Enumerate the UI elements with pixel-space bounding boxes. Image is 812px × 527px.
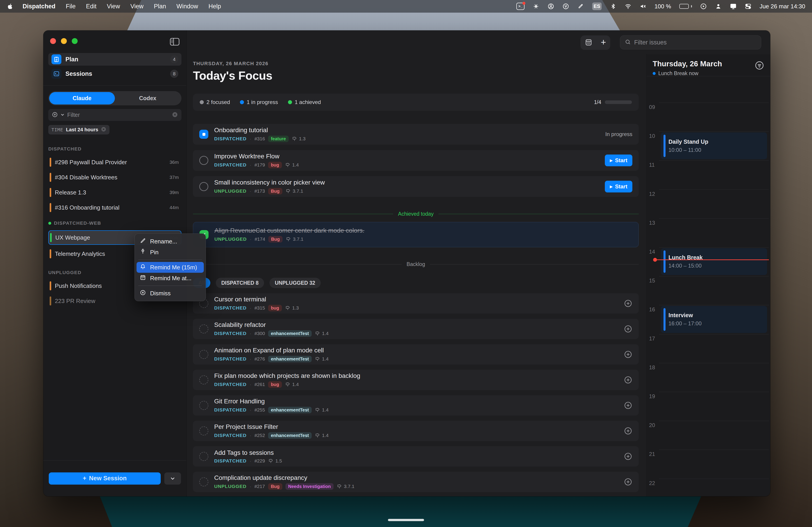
event-status-dot <box>653 72 656 75</box>
focus-task-row[interactable]: Small inconsistency in color picker view… <box>193 176 639 197</box>
context-menu-item[interactable]: Remind Me at... <box>136 273 204 283</box>
calendar-event[interactable]: Daily Stand Up10:00 – 11:00 <box>661 132 767 159</box>
hour-gridline <box>659 103 769 103</box>
remove-time-filter-icon[interactable] <box>101 127 106 133</box>
menu-clock[interactable]: Jue 26 mar 14:30 <box>760 3 805 10</box>
session-item[interactable]: #316 Onboarding tutorial44m <box>48 202 182 214</box>
segment-claude[interactable]: Claude <box>49 92 115 104</box>
plus-icon: + <box>83 475 86 482</box>
context-menu-item[interactable]: Pin <box>136 247 204 258</box>
add-to-focus-icon[interactable] <box>624 401 632 410</box>
user-icon[interactable] <box>715 2 722 10</box>
sidebar-nav-plan[interactable]: Plan4 <box>48 53 182 65</box>
focus-task-row[interactable]: Onboarding tutorialDISPATCHED·#316featur… <box>193 124 639 145</box>
calendar-filter-icon[interactable] <box>754 60 764 70</box>
task-checkbox[interactable] <box>199 324 208 334</box>
start-button[interactable]: ▶Start <box>605 155 632 166</box>
hour-gridline <box>659 160 769 161</box>
task-checkbox[interactable] <box>199 426 208 435</box>
backlog-task-row[interactable]: Cursor on terminalDISPATCHED·#315bug1.3 <box>193 293 639 313</box>
add-to-focus-icon[interactable] <box>624 376 632 384</box>
chevron-down-icon[interactable] <box>60 112 66 118</box>
control-center-icon[interactable] <box>745 2 752 10</box>
terminal-status-icon[interactable]: >_ <box>516 3 524 10</box>
task-checkbox[interactable] <box>199 350 208 359</box>
task-queue-label: DISPATCHED <box>214 356 246 362</box>
mute-icon[interactable] <box>640 2 646 10</box>
task-checkbox-in-progress[interactable] <box>199 130 208 139</box>
sidebar-filter-input[interactable] <box>67 112 170 118</box>
sidebar-filter-field[interactable] <box>48 109 182 121</box>
menu-item-view[interactable]: View <box>130 3 144 10</box>
task-checkbox[interactable] <box>199 376 208 384</box>
menu-item-file[interactable]: File <box>66 3 76 10</box>
session-item[interactable]: Release 1.339m <box>48 186 182 199</box>
start-button[interactable]: ▶Start <box>605 181 632 192</box>
calendar-event[interactable]: Lunch Break14:00 – 15:00 <box>661 248 767 275</box>
search-input[interactable] <box>634 39 756 46</box>
add-to-focus-icon[interactable] <box>624 325 632 333</box>
display-icon[interactable] <box>730 2 737 10</box>
backlog-task-row[interactable]: Scalability refactorDISPATCHED·#300enhan… <box>193 319 639 339</box>
task-checkbox[interactable] <box>199 401 208 410</box>
bluetooth-icon[interactable] <box>610 2 617 10</box>
minimize-window-button[interactable] <box>61 38 67 44</box>
menu-app-name[interactable]: Dispatched <box>23 3 56 10</box>
person-circle-icon[interactable] <box>548 2 554 10</box>
context-menu-item[interactable]: Rename... <box>136 236 204 247</box>
menu-item-view[interactable]: View <box>107 3 120 10</box>
session-item[interactable]: #298 Paywall Dual Provider36m <box>48 156 182 168</box>
session-item[interactable]: #304 Disable Worktrees37m <box>48 171 182 184</box>
achieved-task-row[interactable]: ✓Align RevenueCat customer center dark m… <box>193 222 639 247</box>
pen-icon[interactable] <box>577 2 584 10</box>
add-to-focus-icon[interactable] <box>624 478 632 486</box>
keyboard-layout-badge[interactable]: ES <box>592 2 602 10</box>
new-session-button[interactable]: + New Session <box>49 472 161 485</box>
context-menu-item[interactable]: Remind Me (15m) <box>136 262 204 273</box>
add-to-focus-icon[interactable] <box>624 350 632 359</box>
apple-logo-icon[interactable] <box>7 3 14 10</box>
backlog-task-row[interactable]: Git Error HandlingDISPATCHED·#255enhance… <box>193 395 639 415</box>
task-right: ▶Start <box>605 181 632 192</box>
zoom-window-button[interactable] <box>72 38 78 44</box>
close-window-button[interactable] <box>50 38 56 44</box>
backlog-task-row[interactable]: Complication update discrepancyUNPLUGGED… <box>193 472 639 492</box>
home-indicator[interactable] <box>388 519 424 521</box>
backlog-chip[interactable]: DISPATCHED 8 <box>216 278 264 288</box>
add-to-focus-icon[interactable] <box>624 452 632 461</box>
task-checkbox[interactable] <box>199 182 208 191</box>
add-to-focus-icon[interactable] <box>624 427 632 435</box>
sidebar-toggle-icon[interactable] <box>169 37 180 47</box>
task-queue-label: DISPATCHED <box>214 305 246 311</box>
backlog-task-row[interactable]: Fix plan moode which projects are shown … <box>193 370 639 390</box>
task-checkbox[interactable] <box>199 156 208 165</box>
play-circle-icon[interactable] <box>700 2 707 10</box>
backlog-task-row[interactable]: Animation on Expand of plan mode cellDIS… <box>193 344 639 365</box>
context-menu-item[interactable]: Dismiss <box>136 288 204 299</box>
task-body: Complication update discrepancyUNPLUGGED… <box>214 474 618 490</box>
nav-count-badge: 8 <box>170 70 178 78</box>
sidebar-nav-sessions[interactable]: Sessions8 <box>48 68 182 80</box>
calendar-title: Thursday, 26 March <box>653 60 764 68</box>
menu-item-plan[interactable]: Plan <box>154 3 166 10</box>
focus-date-label: THURSDAY, 26 MARCH 2026 <box>193 61 639 67</box>
backlog-task-row[interactable]: Add Tags to sessionsDISPATCHED·#2291.5 <box>193 446 639 467</box>
menu-item-window[interactable]: Window <box>176 3 198 10</box>
clear-filter-icon[interactable] <box>172 112 178 118</box>
fan-icon[interactable] <box>533 2 539 10</box>
focus-task-row[interactable]: Improve Worktree FlowDISPATCHED·#179bug1… <box>193 150 639 171</box>
task-checkbox[interactable] <box>199 477 208 486</box>
new-session-options-button[interactable] <box>164 472 181 485</box>
fork-icon[interactable] <box>562 2 569 10</box>
time-filter-chip[interactable]: TIME Last 24 hours <box>48 125 110 134</box>
task-checkbox[interactable] <box>199 452 208 461</box>
menu-item-edit[interactable]: Edit <box>86 3 97 10</box>
calendar-event[interactable]: Interview16:00 – 17:00 <box>661 306 767 333</box>
segment-codex[interactable]: Codex <box>115 92 180 104</box>
add-to-focus-icon[interactable] <box>624 299 632 308</box>
menu-item-help[interactable]: Help <box>208 3 221 10</box>
wifi-icon[interactable] <box>625 2 632 10</box>
battery-icon[interactable] <box>679 2 692 10</box>
backlog-task-row[interactable]: Per Project Issue FilterDISPATCHED·#252e… <box>193 421 639 441</box>
backlog-chip[interactable]: UNPLUGGED 32 <box>270 278 321 288</box>
